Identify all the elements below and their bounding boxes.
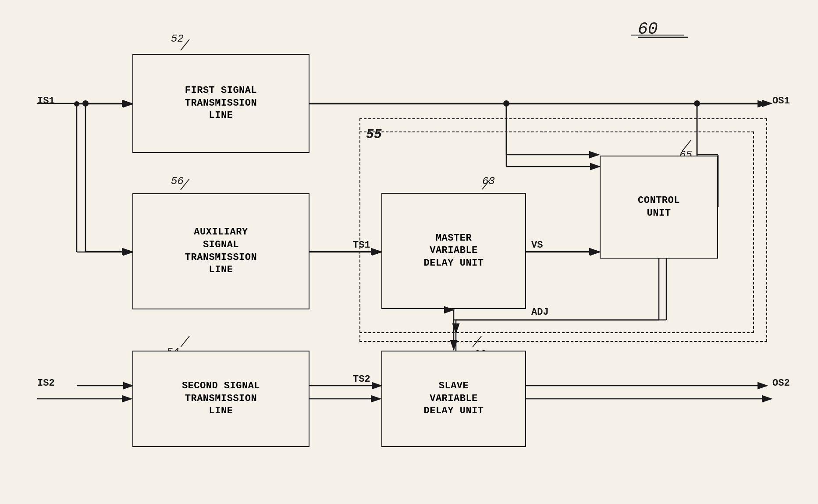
os2-label: OS2 (772, 378, 790, 389)
slave-variable-block: SLAVEVARIABLEDELAY UNIT (381, 351, 526, 447)
second-signal-block: SECOND SIGNALTRANSMISSIONLINE (132, 351, 309, 447)
svg-point-7 (694, 101, 700, 106)
auxiliary-signal-block: AUXILIARYSIGNALTRANSMISSIONLINE (132, 193, 309, 309)
is1-label: IS1 (37, 96, 55, 106)
ref-60: 60 (638, 20, 658, 39)
group-60-box (359, 118, 767, 342)
ref-52: 52 (171, 33, 184, 45)
os1-label: OS1 (772, 96, 790, 106)
svg-point-3 (74, 101, 79, 106)
ts2-label: TS2 (353, 374, 370, 385)
is2-label: IS2 (37, 378, 55, 389)
first-signal-block: FIRST SIGNALTRANSMISSIONLINE (132, 54, 309, 153)
ref-56: 56 (171, 175, 184, 187)
svg-point-5 (504, 101, 509, 106)
diagram-container: 60 52 56 54 55 63 65 68 IS1 IS2 OS1 OS2 … (0, 0, 818, 504)
